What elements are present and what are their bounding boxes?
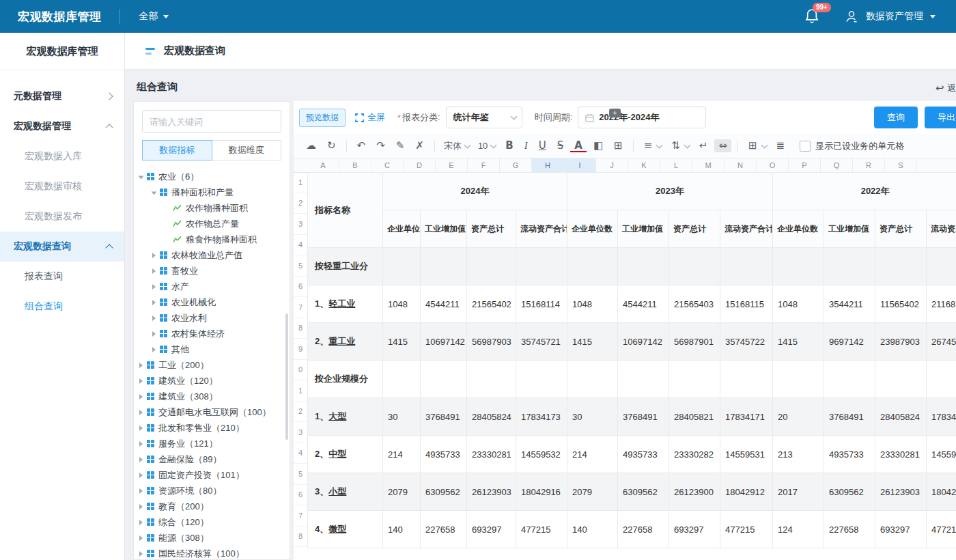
sidebar-item-宏观数据发布[interactable]: 宏观数据发布 xyxy=(0,201,124,232)
user-menu[interactable]: 数据资产管理 xyxy=(844,9,936,24)
sidebar-item-宏观数据查询[interactable]: 宏观数据查询 xyxy=(0,232,124,262)
value-cell[interactable]: 23987903 xyxy=(875,323,927,361)
row-label-cell[interactable]: 1、轻工业 xyxy=(308,285,383,323)
row-header-15[interactable]: 5 xyxy=(294,464,307,485)
tree-collapse-icon[interactable] xyxy=(139,473,143,478)
value-cell[interactable]: 20 xyxy=(773,398,824,436)
value-cell[interactable]: 23330281 xyxy=(467,436,516,473)
value-cell[interactable]: 3768491 xyxy=(824,398,875,436)
value-cell[interactable]: 56987903 xyxy=(467,323,516,361)
row-header-12[interactable]: 2 xyxy=(294,402,307,423)
tree-collapse-icon[interactable] xyxy=(152,268,156,274)
report-type-select[interactable]: 统计年鉴 xyxy=(446,107,522,128)
return-button[interactable]: ↩ 返回 xyxy=(936,82,956,94)
sidebar-item-宏观数据审核[interactable]: 宏观数据审核 xyxy=(0,171,124,201)
tree-item-固定资产投资（101）[interactable]: 固定资产投资（101） xyxy=(134,467,290,483)
metric-header-cell[interactable]: 流动资产合计 xyxy=(720,210,773,248)
empty-cell[interactable] xyxy=(875,248,927,285)
row-header-8[interactable]: 8 xyxy=(294,318,307,339)
tree-collapse-icon[interactable] xyxy=(139,378,143,384)
value-cell[interactable]: 10697142 xyxy=(421,323,467,361)
row-header-6[interactable]: 6 xyxy=(294,277,307,298)
tree-scrollbar[interactable] xyxy=(285,313,288,440)
tree-item-粮食作物播种面积[interactable]: 粮食作物播种面积 xyxy=(134,232,290,247)
empty-cell[interactable] xyxy=(875,361,927,398)
tree-collapse-icon[interactable] xyxy=(152,347,156,352)
tree-collapse-icon[interactable] xyxy=(139,425,143,431)
value-cell[interactable]: 26123900 xyxy=(669,473,720,511)
row-label-cell[interactable]: 4、微型 xyxy=(308,511,383,548)
preview-data-button[interactable]: 预览数据 xyxy=(299,109,346,127)
column-header-C[interactable]: C xyxy=(371,158,404,172)
empty-cell[interactable] xyxy=(773,361,824,398)
value-cell[interactable]: 15168114 xyxy=(516,285,567,323)
metric-header-cell[interactable]: 企业单位数 xyxy=(773,210,824,248)
empty-cell[interactable] xyxy=(720,248,773,285)
fullscreen-button[interactable]: 全屏 xyxy=(355,111,385,124)
search-input[interactable] xyxy=(143,117,275,127)
value-cell[interactable]: 4544211 xyxy=(421,285,467,323)
tree-collapse-icon[interactable] xyxy=(152,331,156,337)
row-label-cell[interactable]: 3、小型 xyxy=(308,473,383,511)
empty-cell[interactable] xyxy=(669,361,720,398)
tree-item-农业水利[interactable]: 农业水利 xyxy=(134,310,290,326)
redo-icon[interactable]: ↷ xyxy=(372,139,389,152)
tree-collapse-icon[interactable] xyxy=(139,457,143,462)
column-header-E[interactable]: E xyxy=(436,158,468,172)
value-cell[interactable]: 1048 xyxy=(773,285,824,323)
font-color-icon[interactable]: A xyxy=(570,139,587,152)
row-header-14[interactable]: 4 xyxy=(294,443,307,464)
year-header-cell[interactable]: 2024年 xyxy=(383,173,567,210)
tree-collapse-icon[interactable] xyxy=(152,284,156,290)
column-header-G[interactable]: G xyxy=(500,158,532,172)
value-cell[interactable]: 23330282 xyxy=(669,436,720,473)
value-cell[interactable]: 1048 xyxy=(383,285,421,323)
value-cell[interactable]: 1415 xyxy=(567,323,618,361)
empty-cell[interactable] xyxy=(467,361,516,398)
row-header-18[interactable]: 8 xyxy=(294,527,307,548)
bold-icon[interactable]: B xyxy=(501,139,517,152)
show-business-cells-checkbox[interactable]: 显示已设业务的单元格 xyxy=(800,140,904,152)
value-cell[interactable]: 6309562 xyxy=(618,473,669,511)
value-cell[interactable]: 14559532 xyxy=(516,436,567,473)
sidebar-item-报表查询[interactable]: 报表查询 xyxy=(0,262,124,292)
value-cell[interactable]: 477215 xyxy=(720,511,773,548)
value-cell[interactable]: 9697142 xyxy=(824,323,875,361)
value-cell[interactable]: 35745721 xyxy=(516,323,567,361)
value-cell[interactable]: 17834173 xyxy=(516,398,567,436)
tree-collapse-icon[interactable] xyxy=(139,441,143,447)
column-header-M[interactable]: M xyxy=(692,158,725,172)
tree-item-能源（308）[interactable]: 能源（308） xyxy=(134,530,290,546)
tree-expand-icon[interactable] xyxy=(139,176,144,179)
value-cell[interactable]: 21565403 xyxy=(669,285,720,323)
value-cell[interactable]: 26123903 xyxy=(875,473,927,511)
scope-dropdown[interactable]: 全部 xyxy=(139,10,169,23)
row-header-3[interactable]: 3 xyxy=(294,214,307,235)
column-header-K[interactable]: K xyxy=(628,158,660,172)
empty-cell[interactable] xyxy=(927,248,956,285)
empty-cell[interactable] xyxy=(567,361,618,398)
empty-cell[interactable] xyxy=(773,248,824,285)
value-cell[interactable]: 2079 xyxy=(567,473,618,511)
row-header-1[interactable]: 1 xyxy=(294,172,307,193)
value-cell[interactable]: 227658 xyxy=(618,511,669,548)
insert-column-badge[interactable]: + xyxy=(609,109,621,117)
empty-cell[interactable] xyxy=(669,248,720,285)
value-cell[interactable]: 26745721 xyxy=(927,323,956,361)
tree-collapse-icon[interactable] xyxy=(139,551,143,557)
notification-bell[interactable]: 99+ xyxy=(804,8,821,25)
tree-item-水产[interactable]: 水产 xyxy=(134,279,290,294)
tree-item-建筑业（120）[interactable]: 建筑业（120） xyxy=(134,373,290,389)
tree-item-农林牧渔业总产值[interactable]: 农林牧渔业总产值 xyxy=(134,247,290,263)
value-cell[interactable]: 4544211 xyxy=(618,285,669,323)
value-cell[interactable]: 4935733 xyxy=(824,436,875,473)
value-cell[interactable]: 1048 xyxy=(567,285,618,323)
tree-item-金融保险（89）[interactable]: 金融保险（89） xyxy=(134,451,290,467)
value-cell[interactable]: 214 xyxy=(567,436,618,473)
tree-item-农业机械化[interactable]: 农业机械化 xyxy=(134,294,290,310)
tree-item-综合（120）[interactable]: 综合（120） xyxy=(134,514,290,530)
row-label-cell[interactable]: 2、重工业 xyxy=(308,323,383,361)
empty-cell[interactable] xyxy=(421,248,467,285)
value-cell[interactable]: 56987901 xyxy=(669,323,720,361)
font-size-select[interactable]: 10 xyxy=(474,139,500,152)
